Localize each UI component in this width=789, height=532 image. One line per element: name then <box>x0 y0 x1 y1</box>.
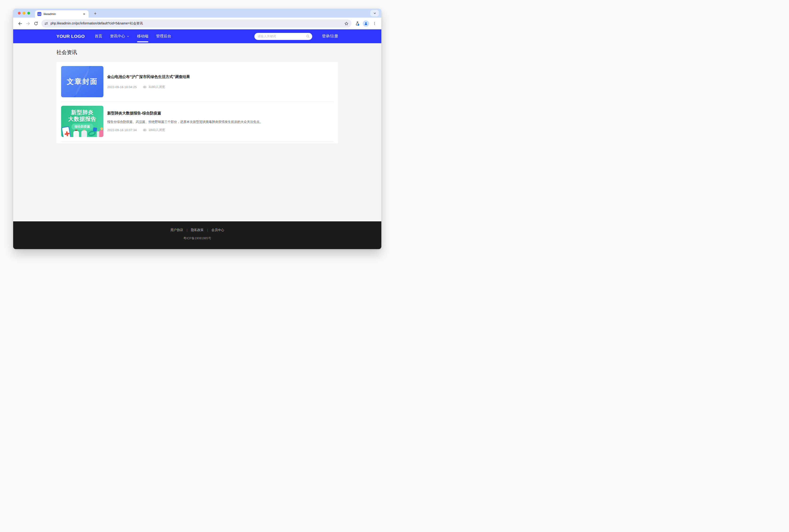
back-button[interactable] <box>16 19 24 27</box>
article-views: 3180人浏览 <box>148 85 165 89</box>
site-settings-icon[interactable] <box>44 22 48 25</box>
search-input[interactable] <box>258 35 306 38</box>
phone-medical-icon <box>61 126 72 137</box>
footer-link-privacy-policy[interactable]: 隐私政策 <box>191 228 204 232</box>
site-navbar: YOUR LOGO 首页 资讯中心 移动端 <box>13 30 381 43</box>
article-cover-image[interactable]: 新型肺炎 大数据报告 综合防疫篇 <box>61 106 104 137</box>
page-content: 社会资讯 文章封面 金山电池公布“沪广深市民绿色生活方式”调查结果 2022-0… <box>13 43 381 221</box>
article-row[interactable]: 文章封面 金山电池公布“沪广深市民绿色生活方式”调查结果 2022-09-16 … <box>61 62 333 102</box>
article-title[interactable]: 新型肺炎大数据报告-综合防疫篇 <box>107 111 333 116</box>
url-text[interactable]: php.likeadmin.cn/pc/information/default?… <box>51 21 344 25</box>
article-title[interactable]: 金山电池公布“沪广深市民绿色生活方式”调查结果 <box>107 75 333 79</box>
tab-favicon: LA <box>37 12 41 16</box>
website-viewport: YOUR LOGO 首页 资讯中心 移动端 <box>13 30 381 249</box>
minimize-window-button[interactable] <box>23 12 25 15</box>
tab-search-button[interactable] <box>370 10 379 16</box>
close-window-button[interactable] <box>18 12 21 15</box>
new-tab-button[interactable]: + <box>92 11 98 17</box>
address-bar[interactable]: php.likeadmin.cn/pc/information/default?… <box>41 19 352 27</box>
article-cover-image[interactable]: 文章封面 <box>61 66 104 97</box>
bookmark-star-icon[interactable] <box>344 21 349 26</box>
footer-link-member-center[interactable]: 会员中心 <box>211 228 224 232</box>
tab-strip: LA likeadmin ✕ + <box>13 9 381 18</box>
article-date: 2022-09-16 18:04:25 <box>107 85 137 89</box>
footer-link-user-agreement[interactable]: 用户协议 <box>170 228 183 232</box>
close-tab-icon[interactable]: ✕ <box>82 12 86 16</box>
person-icon <box>364 22 368 25</box>
tab-title: likeadmin <box>43 13 82 16</box>
browser-window: LA likeadmin ✕ + php.likeadmin.cn/pc/i <box>13 9 381 249</box>
forward-button[interactable] <box>24 19 32 27</box>
chevron-down-icon <box>127 35 129 38</box>
profile-avatar[interactable] <box>363 20 369 27</box>
browser-menu-icon[interactable] <box>371 19 378 27</box>
eye-icon <box>143 128 147 132</box>
article-date: 2022-09-16 18:07:34 <box>107 128 137 132</box>
article-description: 报告分综合防疫篇、武汉篇、拒绝野味篇三个部分，还原本次新型冠状病毒肺炎疫情发生前… <box>107 120 333 124</box>
article-meta: 2022-09-16 18:04:25 3180人浏览 <box>107 85 333 89</box>
icp-record-number: 粤ICP备19081985号 <box>13 236 381 241</box>
login-register-link[interactable]: 登录/注册 <box>322 34 338 39</box>
site-logo[interactable]: YOUR LOGO <box>56 34 85 39</box>
article-views: 1843人浏览 <box>148 128 165 132</box>
experiments-flask-icon[interactable] <box>353 19 361 27</box>
chevron-down-icon <box>373 12 376 15</box>
page-title: 社会资讯 <box>56 43 338 56</box>
cover-badge: 综合防疫篇 <box>72 124 93 130</box>
browser-toolbar: php.likeadmin.cn/pc/information/default?… <box>13 18 381 30</box>
toolbar-right-icons <box>353 19 378 27</box>
footer-separator: | <box>187 228 187 232</box>
keyword-search-box[interactable] <box>255 33 312 40</box>
article-list-card: 文章封面 金山电池公布“沪广深市民绿色生活方式”调查结果 2022-09-16 … <box>56 62 338 143</box>
window-controls <box>18 12 30 15</box>
nav-item-news-center[interactable]: 资讯中心 <box>110 32 129 41</box>
site-footer: 用户协议 | 隐私政策 | 会员中心 粤ICP备19081985号 <box>13 221 381 249</box>
search-icon[interactable] <box>306 34 310 38</box>
reload-button[interactable] <box>32 19 40 27</box>
fingerprint-icon <box>93 127 97 132</box>
footer-separator: | <box>207 228 208 232</box>
article-row[interactable]: 新型肺炎 大数据报告 综合防疫篇 <box>61 102 333 141</box>
nav-menu: 首页 资讯中心 移动端 管理后台 <box>95 32 171 41</box>
nav-item-home[interactable]: 首页 <box>95 32 102 41</box>
nav-item-admin[interactable]: 管理后台 <box>156 32 171 41</box>
article-meta: 2022-09-16 18:07:34 1843人浏览 <box>107 128 333 132</box>
nav-item-mobile[interactable]: 移动端 <box>137 32 148 41</box>
zoom-window-button[interactable] <box>27 12 30 15</box>
browser-tab[interactable]: LA likeadmin ✕ <box>35 10 89 18</box>
eye-icon <box>143 85 147 89</box>
desktop-background: LA likeadmin ✕ + php.likeadmin.cn/pc/i <box>0 0 394 266</box>
